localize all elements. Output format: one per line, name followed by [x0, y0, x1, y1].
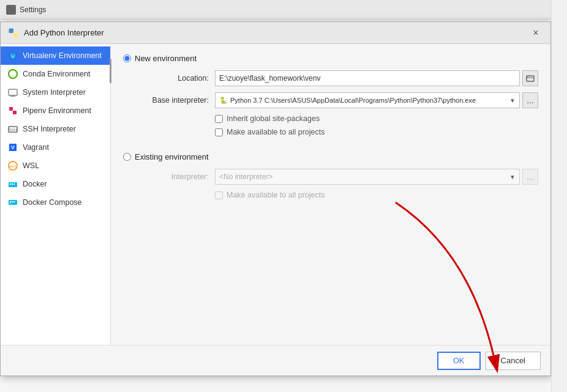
sidebar-item-vagrant[interactable]: V Vagrant [1, 138, 110, 157]
ssh-icon: SSH [8, 124, 18, 134]
select-dropdown-arrow: ▼ [509, 97, 516, 104]
sidebar-item-wsl[interactable]: linux WSL [1, 157, 110, 175]
location-label: Location: [135, 74, 209, 83]
svg-text:linux: linux [10, 165, 17, 168]
dialog-overlay: Add Python Interpreter × V Virtualenv En… [0, 21, 563, 382]
python-select-icon: 🐍 [219, 97, 228, 105]
svg-text:V: V [11, 144, 15, 150]
virtualenv-icon: V [8, 51, 18, 61]
svg-rect-22 [13, 201, 15, 202]
new-environment-radio[interactable] [123, 54, 131, 62]
svg-rect-1 [13, 33, 18, 38]
sidebar-item-label: Pipenv Environment [23, 106, 91, 115]
sidebar-item-docker-compose[interactable]: Docker Compose [1, 193, 110, 212]
base-interpreter-label: Base interpreter: [135, 96, 209, 105]
interpreter-select[interactable]: <No interpreter> ▼ [215, 169, 520, 185]
svg-rect-18 [13, 183, 15, 185]
sidebar-item-label: System Interpreter [23, 88, 86, 97]
conda-icon [8, 69, 18, 79]
settings-title: Settings [20, 6, 46, 14]
dialog-body: V Virtualenv Environment Conda Environme… [1, 44, 550, 375]
side-panel [551, 0, 567, 392]
sidebar-item-system[interactable]: System Interpreter [1, 83, 110, 102]
base-interpreter-select[interactable]: 🐍 Python 3.7 C:\Users\ASUS\AppData\Local… [215, 92, 520, 108]
sidebar-item-pipenv[interactable]: Pipenv Environment [1, 102, 110, 120]
existing-env-fields: Interpreter: <No interpreter> ▼ ... [123, 169, 538, 199]
scrollbar-indicator [110, 59, 111, 83]
sidebar-item-label: Virtualenv Environment [23, 51, 102, 60]
base-interpreter-value: Python 3.7 C:\Users\ASUS\AppData\Local\P… [230, 97, 507, 104]
existing-environment-radio[interactable] [123, 153, 131, 161]
main-content: New environment Location: [111, 44, 550, 375]
sidebar-item-label: SSH Interpreter [23, 125, 76, 133]
existing-environment-section: Existing environment Interpreter: <No in… [123, 146, 538, 199]
cancel-button[interactable]: Cancel [486, 352, 541, 370]
select-arrow-icon: ▼ [509, 174, 516, 180]
interpreter-more-button[interactable]: ... [522, 92, 538, 108]
inherit-packages-text: Inherit global site-packages [227, 114, 320, 123]
svg-text:V: V [11, 54, 15, 59]
sidebar-item-label: Conda Environment [23, 70, 90, 78]
new-environment-radio-label[interactable]: New environment [123, 54, 538, 63]
svg-rect-20 [10, 201, 11, 202]
existing-environment-label: Existing environment [135, 152, 209, 161]
sidebar-item-label: WSL [23, 161, 39, 170]
svg-rect-21 [12, 201, 13, 202]
settings-icon [6, 5, 16, 15]
svg-text:SSH: SSH [9, 128, 17, 131]
base-interpreter-row: Base interpreter: 🐍 Python 3.7 C:\Users\… [135, 92, 538, 108]
interpreter-row: Interpreter: <No interpreter> ▼ ... [135, 169, 538, 185]
svg-point-4 [9, 70, 17, 78]
existing-environment-radio-label[interactable]: Existing environment [123, 152, 538, 161]
dialog-title: Add Python Interpreter [24, 28, 104, 37]
sidebar-item-label: Docker [23, 180, 47, 188]
make-available-new-checkbox-label[interactable]: Make available to all projects [215, 128, 538, 136]
make-available-existing-text: Make available to all projects [227, 191, 325, 199]
svg-rect-5 [9, 89, 17, 95]
dialog-footer: OK Cancel [1, 345, 550, 375]
sidebar-item-ssh[interactable]: SSH SSH Interpreter [1, 120, 110, 138]
interpreter-select-wrap: <No interpreter> ▼ ... [215, 169, 538, 185]
svg-rect-23 [10, 203, 11, 204]
sidebar-item-docker[interactable]: Docker [1, 175, 110, 193]
new-environment-label: New environment [135, 54, 197, 63]
make-available-existing-checkbox [215, 191, 223, 199]
svg-rect-8 [13, 111, 17, 114]
location-input[interactable] [215, 70, 520, 86]
docker-compose-icon [8, 198, 18, 207]
location-row: Location: [135, 70, 538, 86]
svg-rect-16 [10, 183, 11, 185]
location-browse-button[interactable] [522, 70, 538, 86]
wsl-icon: linux [8, 161, 18, 171]
svg-rect-6 [10, 95, 15, 97]
sidebar-item-conda[interactable]: Conda Environment [1, 65, 110, 83]
close-button[interactable]: × [528, 26, 543, 40]
add-python-interpreter-dialog: Add Python Interpreter × V Virtualenv En… [0, 21, 551, 376]
make-available-existing-checkbox-label: Make available to all projects [215, 191, 538, 199]
svg-rect-7 [9, 107, 13, 111]
sidebar-item-label: Vagrant [23, 143, 49, 152]
new-environment-section: New environment Location: [123, 54, 538, 199]
svg-rect-0 [9, 28, 14, 33]
new-env-fields: Location: [123, 70, 538, 136]
svg-rect-17 [12, 183, 13, 185]
folder-icon [526, 74, 535, 83]
python-icon [8, 28, 19, 39]
pipenv-icon [8, 106, 18, 116]
existing-interpreter-more-button: ... [522, 169, 538, 185]
sidebar-item-virtualenv[interactable]: V Virtualenv Environment [1, 46, 110, 65]
sidebar-item-label: Docker Compose [23, 198, 82, 207]
dialog-titlebar: Add Python Interpreter × [1, 22, 550, 44]
inherit-packages-checkbox[interactable] [215, 115, 223, 123]
docker-icon [8, 179, 18, 189]
location-input-wrap [215, 70, 538, 86]
make-available-new-checkbox[interactable] [215, 128, 223, 136]
settings-titlebar: Settings [0, 0, 567, 20]
system-icon [8, 87, 18, 97]
vagrant-icon: V [8, 142, 18, 152]
inherit-packages-checkbox-label[interactable]: Inherit global site-packages [215, 114, 538, 123]
sidebar: V Virtualenv Environment Conda Environme… [1, 44, 111, 375]
base-interpreter-select-wrap: 🐍 Python 3.7 C:\Users\ASUS\AppData\Local… [215, 92, 538, 108]
ok-button[interactable]: OK [437, 352, 481, 370]
no-interpreter-text: <No interpreter> [219, 172, 272, 181]
